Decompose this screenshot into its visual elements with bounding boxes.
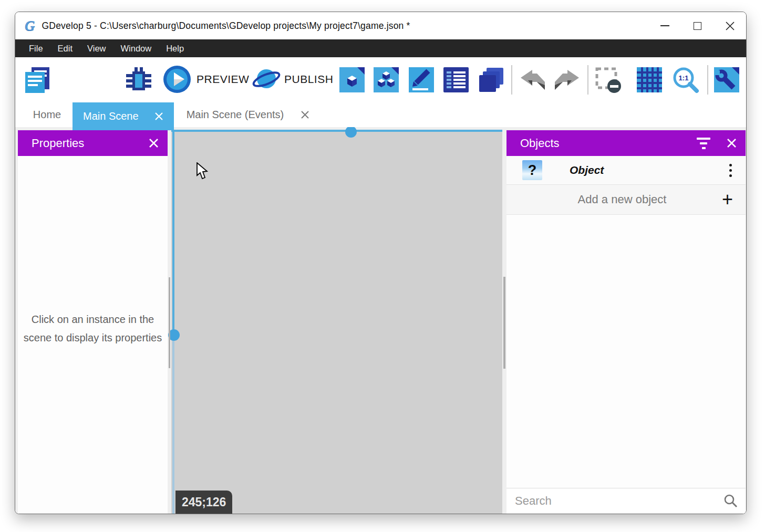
tab-home-label: Home	[33, 109, 61, 121]
properties-empty-message: Click on an instance in the scene to dis…	[18, 310, 168, 347]
scene-window-border-left	[172, 130, 174, 336]
canvas-right-scrollbar[interactable]	[503, 277, 505, 369]
preview-button[interactable]: PREVIEW	[197, 73, 249, 86]
instances-list-icon[interactable]	[443, 67, 469, 92]
resize-handle-top[interactable]	[345, 126, 357, 138]
zoom-original-icon[interactable]: 1:1	[671, 66, 700, 95]
object-question-icon: ?	[522, 160, 542, 180]
object-name: Object	[570, 164, 604, 176]
layers-icon[interactable]	[478, 66, 505, 93]
search-icon	[723, 494, 738, 508]
menu-window[interactable]: Window	[113, 39, 159, 57]
toolbar-separator	[707, 65, 708, 95]
plus-icon: +	[722, 190, 733, 209]
object-list-item[interactable]: ? Object	[506, 156, 746, 185]
maximize-icon	[694, 22, 701, 30]
maximize-button[interactable]	[681, 12, 714, 39]
toolbar: PREVIEW PUBLISH	[15, 57, 746, 102]
close-icon	[725, 21, 735, 31]
close-button[interactable]	[714, 12, 746, 39]
menu-help[interactable]: Help	[159, 39, 191, 57]
add-object-label: Add a new object	[506, 193, 722, 206]
svg-text:1:1: 1:1	[679, 74, 689, 82]
properties-panel: Properties Click on an instance in the s…	[18, 130, 168, 514]
gdevelop-logo-icon: G	[25, 19, 35, 33]
filter-icon[interactable]	[697, 138, 710, 149]
tab-close-icon[interactable]	[301, 110, 309, 119]
tab-main-scene-events-label: Main Scene (Events)	[187, 109, 284, 121]
properties-panel-title: Properties	[32, 137, 84, 150]
tab-main-scene-events[interactable]: Main Scene (Events)	[174, 102, 323, 127]
menu-view[interactable]: View	[80, 39, 113, 57]
toolbar-separator	[511, 65, 512, 95]
close-panel-icon[interactable]	[148, 138, 159, 149]
tab-main-scene-label: Main Scene	[83, 110, 139, 122]
objects-panel-title: Objects	[520, 137, 560, 150]
window-title: GDevelop 5 - C:\Users\charburg\Documents…	[42, 20, 410, 32]
search-input[interactable]	[506, 494, 723, 508]
debugger-icon[interactable]	[125, 66, 152, 93]
cursor-coordinates-badge: 245;126	[175, 491, 232, 514]
minimize-button[interactable]	[648, 12, 681, 39]
tab-close-icon[interactable]	[154, 112, 163, 121]
publish-globe-icon[interactable]	[252, 65, 281, 94]
menu-file[interactable]: File	[22, 39, 50, 57]
mouse-cursor	[196, 162, 210, 182]
scene-settings-wrench-icon[interactable]	[714, 67, 739, 92]
preview-play-icon[interactable]	[162, 65, 192, 94]
project-manager-icon[interactable]	[24, 66, 51, 93]
redo-icon[interactable]	[554, 69, 580, 91]
object-menu-icon[interactable]	[729, 164, 732, 177]
object-search-bar	[506, 488, 746, 514]
app-window: G GDevelop 5 - C:\Users\charburg\Documen…	[15, 12, 747, 514]
window-controls	[648, 12, 746, 39]
scene-window-border-top	[171, 130, 502, 132]
objects-panel: Objects ? Object Add a new object +	[506, 130, 746, 514]
properties-pencil-icon[interactable]	[409, 67, 434, 92]
publish-button[interactable]: PUBLISH	[284, 73, 333, 86]
editor-tabs: Home Main Scene Main Scene (Events)	[15, 102, 746, 127]
canvas-left-scrollbar[interactable]	[169, 277, 170, 368]
add-object-row[interactable]: Add a new object +	[506, 185, 746, 215]
scene-window-border-left-lower	[172, 336, 174, 514]
object-groups-icon[interactable]	[374, 67, 399, 92]
clear-selection-icon[interactable]	[595, 67, 622, 94]
objects-editor-icon[interactable]	[339, 67, 365, 92]
toolbar-separator	[587, 65, 588, 95]
scene-canvas[interactable]: 245;126	[171, 130, 502, 514]
close-panel-icon[interactable]	[726, 138, 737, 149]
undo-icon[interactable]	[520, 69, 546, 91]
minimize-icon	[660, 25, 669, 26]
tab-main-scene[interactable]: Main Scene	[73, 102, 174, 130]
tab-home[interactable]: Home	[22, 102, 73, 127]
grid-icon[interactable]	[637, 67, 662, 92]
menu-bar: File Edit View Window Help	[15, 39, 746, 57]
objects-panel-header: Objects	[506, 130, 746, 156]
title-bar[interactable]: G GDevelop 5 - C:\Users\charburg\Documen…	[15, 12, 746, 39]
properties-panel-header: Properties	[18, 130, 168, 156]
menu-edit[interactable]: Edit	[50, 39, 80, 57]
